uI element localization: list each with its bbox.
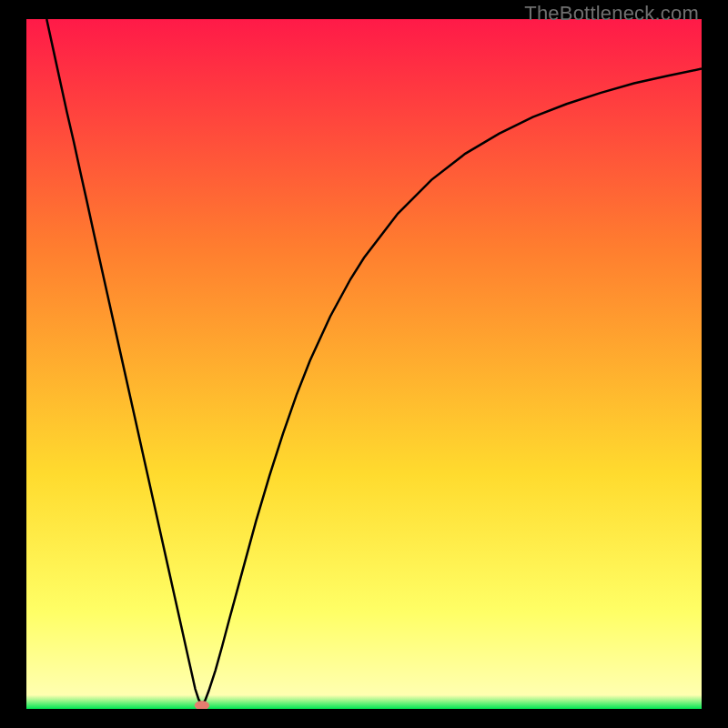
plot-area xyxy=(26,19,702,709)
chart-frame: TheBottleneck.com xyxy=(0,0,728,728)
watermark-text: TheBottleneck.com xyxy=(524,2,699,25)
gradient-background xyxy=(26,19,702,709)
chart-svg xyxy=(26,19,702,709)
